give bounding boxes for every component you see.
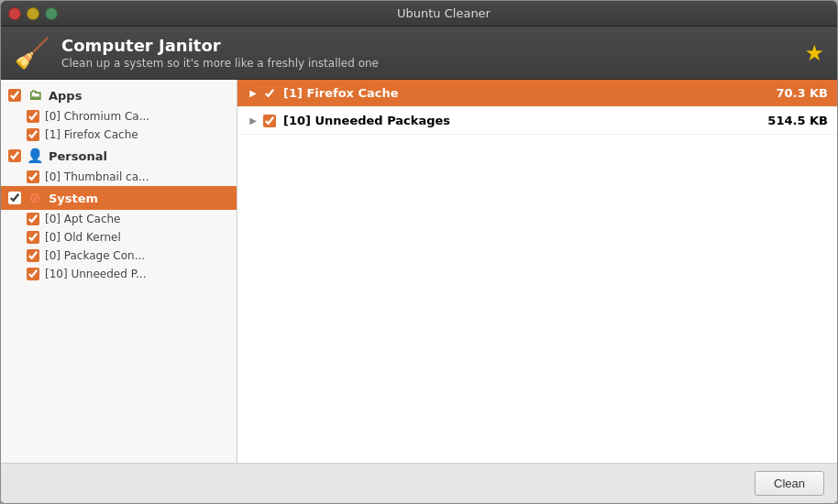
sidebar-category-system[interactable]: ⊙ System [1, 186, 237, 210]
minimize-button[interactable] [27, 7, 39, 20]
firefox-label: [1] Firefox Cache [45, 128, 138, 141]
chromium-checkbox[interactable] [27, 110, 39, 123]
expander-firefox-icon[interactable]: ▶ [247, 87, 259, 100]
header-text: Computer Janitor Clean up a system so it… [61, 36, 379, 70]
sidebar-item-unneeded-p[interactable]: [10] Unneeded P... [1, 265, 237, 283]
window-title: Ubuntu Cleaner [58, 6, 830, 20]
content-firefox-label: [1] Firefox Cache [283, 86, 755, 100]
app-subtitle: Clean up a system so it's more like a fr… [61, 57, 379, 70]
clean-button[interactable]: Clean [755, 471, 824, 496]
unneeded-p-label: [10] Unneeded P... [45, 268, 146, 280]
content-panel: ▶ [1] Firefox Cache 70.3 KB ▶ [10] Unnee… [237, 80, 837, 463]
personal-icon: 👤 [27, 148, 43, 164]
system-checkbox[interactable] [8, 192, 21, 204]
package-con-label: [0] Package Con... [45, 249, 145, 262]
close-button[interactable] [8, 7, 21, 20]
broom-icon: 🧹 [14, 38, 50, 68]
system-icon: ⊙ [27, 190, 43, 206]
old-kernel-label: [0] Old Kernel [45, 231, 121, 244]
sidebar-item-apt[interactable]: [0] Apt Cache [1, 210, 237, 228]
unneeded-p-checkbox[interactable] [27, 268, 39, 280]
titlebar-buttons [8, 7, 58, 20]
sidebar-item-chromium[interactable]: [0] Chromium Ca... [1, 107, 237, 126]
chromium-label: [0] Chromium Ca... [45, 110, 149, 123]
sidebar: 🗂 Apps [0] Chromium Ca... [1] Firefox Ca… [1, 80, 237, 463]
maximize-button[interactable] [45, 7, 58, 20]
apps-folder-icon: 🗂 [27, 87, 43, 104]
main-window: Ubuntu Cleaner 🧹 Computer Janitor Clean … [0, 0, 838, 504]
sidebar-item-old-kernel[interactable]: [0] Old Kernel [1, 228, 237, 247]
firefox-checkbox[interactable] [27, 128, 39, 141]
content-unneeded-label: [10] Unneeded Packages [283, 114, 755, 127]
content-firefox-checkbox[interactable] [263, 87, 276, 100]
sidebar-category-personal[interactable]: 👤 Personal [1, 144, 237, 168]
app-header: 🧹 Computer Janitor Clean up a system so … [1, 27, 837, 80]
personal-label: Personal [49, 149, 107, 163]
app-title: Computer Janitor [61, 36, 379, 55]
apps-label: Apps [49, 89, 82, 103]
sidebar-category-apps[interactable]: 🗂 Apps [1, 83, 237, 107]
thumbnail-checkbox[interactable] [27, 170, 39, 183]
titlebar: Ubuntu Cleaner [1, 1, 837, 27]
content-row-firefox[interactable]: ▶ [1] Firefox Cache 70.3 KB [237, 80, 837, 107]
expander-unneeded-icon[interactable]: ▶ [247, 115, 259, 127]
content-unneeded-checkbox[interactable] [263, 115, 276, 127]
content-unneeded-size: 514.5 KB [755, 114, 828, 127]
content-firefox-size: 70.3 KB [755, 86, 828, 100]
old-kernel-checkbox[interactable] [27, 231, 39, 244]
sidebar-item-thumbnail[interactable]: [0] Thumbnail ca... [1, 168, 237, 186]
sidebar-item-package-con[interactable]: [0] Package Con... [1, 247, 237, 265]
apt-checkbox[interactable] [27, 213, 39, 225]
content-row-unneeded[interactable]: ▶ [10] Unneeded Packages 514.5 KB [237, 107, 837, 135]
apps-checkbox[interactable] [8, 89, 21, 102]
bottom-bar: Clean [1, 463, 837, 503]
sidebar-item-firefox[interactable]: [1] Firefox Cache [1, 126, 237, 144]
apt-label: [0] Apt Cache [45, 213, 120, 225]
main-area: 🗂 Apps [0] Chromium Ca... [1] Firefox Ca… [1, 80, 837, 463]
package-con-checkbox[interactable] [27, 249, 39, 262]
system-label: System [49, 192, 98, 205]
star-icon: ★ [804, 40, 824, 66]
personal-checkbox[interactable] [8, 149, 21, 162]
thumbnail-label: [0] Thumbnail ca... [45, 170, 149, 183]
